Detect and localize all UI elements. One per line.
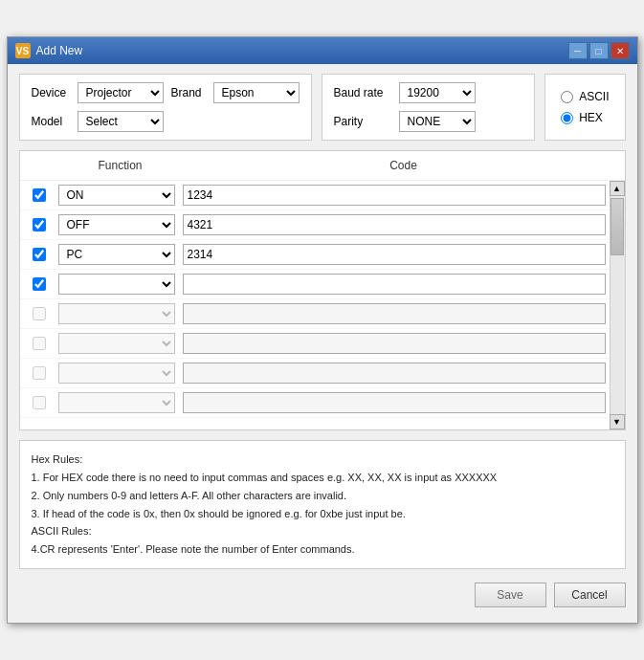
window-title: Add New: [36, 44, 83, 57]
table-body: ONOFFPCHDMIVIDEOMUTEVOLUME UPVOLUME DOWN…: [20, 181, 625, 429]
check-header: [20, 159, 58, 172]
window-content: Device Projector Screen TV Amplifier Bra…: [8, 64, 637, 622]
device-select[interactable]: Projector Screen TV Amplifier: [78, 82, 164, 103]
row-3-checkbox[interactable]: [33, 277, 46, 291]
title-buttons: ─ □ ✕: [568, 42, 630, 59]
row-6-function-select: ONOFFPCHDMIVIDEOMUTEVOLUME UPVOLUME DOWN: [58, 363, 175, 384]
row-6-code-input: [183, 363, 606, 384]
parity-label: Parity: [334, 115, 391, 128]
row-2-function-select[interactable]: ONOFFPCHDMIVIDEOMUTEVOLUME UPVOLUME DOWN: [58, 244, 175, 265]
model-select[interactable]: Select Model A Model B Model C: [78, 111, 164, 132]
table-row: ONOFFPCHDMIVIDEOMUTEVOLUME UPVOLUME DOWN: [20, 359, 610, 388]
parity-row: Parity NONE ODD EVEN: [334, 111, 523, 132]
brand-select[interactable]: Epson Sony Samsung LG: [213, 82, 300, 103]
scrollbar-track: ▲ ▼: [610, 181, 625, 429]
scrollbar-thumb[interactable]: [611, 198, 624, 255]
hex-rule-1: 1. For HEX code there is no need to inpu…: [32, 469, 613, 487]
code-header: Code: [183, 159, 625, 172]
row-0-code-input[interactable]: [183, 185, 606, 206]
close-button[interactable]: ✕: [611, 42, 630, 59]
table-row: ONOFFPCHDMIVIDEOMUTEVOLUME UPVOLUME DOWN: [20, 299, 610, 329]
row-7-code-input: [183, 392, 606, 413]
ascii-rule-4: 4.CR represents 'Enter'. Please note the…: [32, 540, 613, 559]
row-1-function-select[interactable]: ONOFFPCHDMIVIDEOMUTEVOLUME UPVOLUME DOWN: [58, 214, 175, 235]
table-row: ONOFFPCHDMIVIDEOMUTEVOLUME UPVOLUME DOWN: [20, 329, 610, 359]
save-button[interactable]: Save: [475, 583, 546, 607]
row-1-code-input[interactable]: [183, 214, 606, 235]
hex-rule-2: 2. Only numbers 0-9 and letters A-F. All…: [32, 487, 613, 505]
row-2-code-input[interactable]: [183, 244, 606, 265]
hex-label[interactable]: HEX: [579, 111, 603, 124]
hex-radio-row: HEX: [561, 111, 609, 124]
hex-rule-3: 3. If head of the code is 0x, then 0x sh…: [32, 505, 613, 523]
row-4-checkbox[interactable]: [33, 307, 46, 320]
baud-parity-panel: Baud rate 9600 19200 38400 57600 115200 …: [322, 74, 536, 141]
row-3-function-select[interactable]: ONOFFPCHDMIVIDEOMUTEVOLUME UPVOLUME DOWN: [58, 274, 175, 295]
device-label: Device: [32, 86, 70, 99]
row-0-function-select[interactable]: ONOFFPCHDMIVIDEOMUTEVOLUME UPVOLUME DOWN: [58, 185, 175, 206]
bottom-buttons: Save Cancel: [19, 579, 626, 611]
maximize-button[interactable]: □: [589, 42, 609, 59]
table-body-container: ONOFFPCHDMIVIDEOMUTEVOLUME UPVOLUME DOWN…: [20, 181, 625, 429]
row-4-code-input: [183, 303, 606, 324]
row-5-function-select: ONOFFPCHDMIVIDEOMUTEVOLUME UPVOLUME DOWN: [58, 333, 175, 354]
row-1-checkbox[interactable]: [33, 218, 46, 231]
row-0-checkbox[interactable]: [33, 188, 46, 202]
table-header: Function Code: [20, 151, 625, 181]
scrollbar-down-button[interactable]: ▼: [610, 414, 625, 429]
row-7-checkbox[interactable]: [33, 396, 46, 409]
main-table-panel: Function Code ONOFFPCHDMIVIDEOMUTEVOLUME…: [19, 150, 626, 430]
function-header: Function: [58, 159, 183, 172]
title-bar-left: VS Add New: [15, 43, 83, 58]
row-4-function-select: ONOFFPCHDMIVIDEOMUTEVOLUME UPVOLUME DOWN: [58, 303, 175, 324]
ascii-radio[interactable]: [561, 91, 573, 103]
model-row: Model Select Model A Model B Model C: [32, 111, 300, 132]
row-6-checkbox[interactable]: [33, 366, 46, 380]
row-2-checkbox[interactable]: [33, 248, 46, 261]
device-row: Device Projector Screen TV Amplifier Bra…: [32, 82, 300, 103]
ascii-rules-title: ASCII Rules:: [32, 522, 613, 540]
table-row: ONOFFPCHDMIVIDEOMUTEVOLUME UPVOLUME DOWN: [20, 270, 610, 299]
main-window: VS Add New ─ □ ✕ Device Projector Screen…: [7, 36, 638, 623]
baud-row: Baud rate 9600 19200 38400 57600 115200: [334, 82, 523, 103]
brand-label: Brand: [171, 86, 206, 99]
rules-panel: Hex Rules: 1. For HEX code there is no n…: [19, 440, 626, 568]
parity-select[interactable]: NONE ODD EVEN: [399, 111, 476, 132]
baud-select[interactable]: 9600 19200 38400 57600 115200: [399, 82, 476, 103]
ascii-radio-row: ASCII: [561, 90, 609, 103]
table-row: ONOFFPCHDMIVIDEOMUTEVOLUME UPVOLUME DOWN: [20, 210, 610, 240]
hex-radio[interactable]: [561, 112, 573, 124]
ascii-label[interactable]: ASCII: [579, 90, 609, 103]
row-7-function-select: ONOFFPCHDMIVIDEOMUTEVOLUME UPVOLUME DOWN: [58, 392, 175, 413]
baud-label: Baud rate: [334, 86, 391, 99]
cancel-button[interactable]: Cancel: [554, 583, 626, 607]
device-brand-panel: Device Projector Screen TV Amplifier Bra…: [19, 74, 312, 141]
model-label: Model: [32, 115, 70, 128]
title-bar: VS Add New ─ □ ✕: [8, 37, 637, 64]
hex-rules-title: Hex Rules:: [32, 451, 613, 469]
row-5-checkbox[interactable]: [33, 337, 46, 350]
app-icon: VS: [15, 43, 31, 58]
scrollbar-up-button[interactable]: ▲: [610, 181, 625, 196]
top-panel: Device Projector Screen TV Amplifier Bra…: [19, 74, 626, 141]
row-5-code-input: [183, 333, 606, 354]
table-row: ONOFFPCHDMIVIDEOMUTEVOLUME UPVOLUME DOWN: [20, 240, 610, 270]
minimize-button[interactable]: ─: [568, 42, 588, 59]
table-row: ONOFFPCHDMIVIDEOMUTEVOLUME UPVOLUME DOWN: [20, 388, 610, 418]
ascii-hex-panel: ASCII HEX: [544, 74, 625, 141]
table-row: ONOFFPCHDMIVIDEOMUTEVOLUME UPVOLUME DOWN: [20, 181, 610, 210]
row-3-code-input[interactable]: [183, 274, 606, 295]
